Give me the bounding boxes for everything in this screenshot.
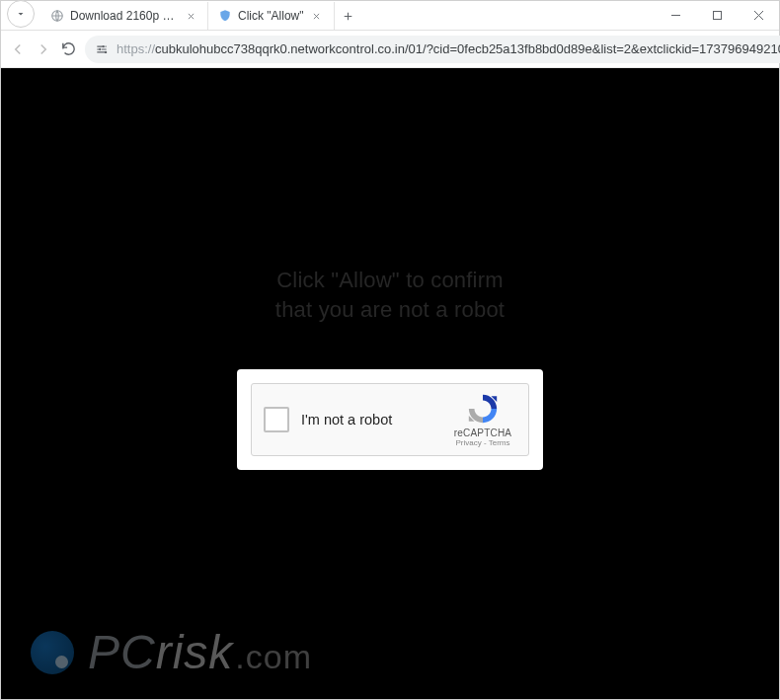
- search-tabs-button[interactable]: [7, 0, 35, 28]
- toolbar: https://cubkulohubcc738qqrk0.networkcont…: [1, 31, 779, 68]
- tab-close-button[interactable]: [184, 9, 197, 23]
- instruction-line-1: Click "Allow" to confirm: [1, 266, 779, 295]
- watermark-domain: .com: [235, 638, 312, 676]
- shield-icon: [218, 9, 232, 23]
- instruction-line-2: that you are not a robot: [1, 295, 779, 325]
- tab-title: Click "Allow": [238, 9, 304, 23]
- close-window-button[interactable]: [738, 1, 779, 30]
- instruction-text: Click "Allow" to confirm that you are no…: [1, 266, 779, 324]
- watermark-part2: risk: [156, 625, 234, 679]
- watermark-part1: PC: [88, 625, 156, 679]
- address-bar[interactable]: https://cubkulohubcc738qqrk0.networkcont…: [85, 36, 780, 63]
- plus-icon: [342, 10, 354, 23]
- tab-title: Download 2160p 4K YIFY Movi: [70, 9, 178, 23]
- watermark-badge-icon: [31, 631, 74, 674]
- url-scheme: https://: [117, 41, 155, 56]
- chevron-down-icon: [15, 8, 27, 20]
- minimize-icon: [670, 10, 681, 21]
- recaptcha-checkbox[interactable]: [264, 407, 289, 432]
- globe-icon: [50, 9, 64, 23]
- url-text: https://cubkulohubcc738qqrk0.networkcont…: [117, 41, 780, 56]
- tune-icon: [95, 42, 109, 56]
- recaptcha-widget: I'm not a robot reCAPTCHA Privacy: [251, 383, 529, 456]
- browser-window: Download 2160p 4K YIFY Movi Click "Allow…: [0, 0, 780, 700]
- svg-rect-1: [713, 12, 721, 20]
- watermark-text: PCrisk.com: [88, 625, 312, 679]
- site-info-button[interactable]: [95, 42, 109, 56]
- maximize-icon: [712, 10, 723, 21]
- url-rest: cubkulohubcc738qqrk0.networkcontrol.co.i…: [155, 41, 780, 56]
- page-viewport: Click "Allow" to confirm that you are no…: [1, 68, 779, 699]
- reload-button[interactable]: [60, 36, 77, 63]
- recaptcha-brand: reCAPTCHA Privacy - Terms: [449, 392, 516, 447]
- new-tab-button[interactable]: [335, 2, 362, 30]
- tab-active[interactable]: Click "Allow": [208, 2, 335, 30]
- arrow-right-icon: [35, 40, 52, 58]
- close-icon: [312, 12, 321, 21]
- recaptcha-legal-text[interactable]: Privacy - Terms: [449, 438, 516, 447]
- forward-button[interactable]: [35, 36, 52, 63]
- back-button[interactable]: [9, 36, 27, 63]
- arrow-left-icon: [9, 40, 27, 58]
- maximize-button[interactable]: [696, 1, 738, 30]
- watermark: PCrisk.com: [31, 625, 312, 679]
- svg-point-4: [105, 50, 107, 52]
- recaptcha-label: I'm not a robot: [301, 412, 449, 428]
- tabs-region: Download 2160p 4K YIFY Movi Click "Allow…: [1, 1, 655, 30]
- window-controls: [655, 1, 779, 30]
- reload-icon: [60, 40, 77, 57]
- svg-point-3: [99, 47, 101, 49]
- recaptcha-brand-text: reCAPTCHA: [449, 428, 516, 438]
- close-icon: [753, 10, 764, 21]
- tab-background-0[interactable]: Download 2160p 4K YIFY Movi: [40, 2, 208, 30]
- svg-point-2: [103, 44, 105, 46]
- titlebar: Download 2160p 4K YIFY Movi Click "Allow…: [1, 1, 779, 31]
- recaptcha-logo-icon: [466, 392, 500, 426]
- tab-close-button[interactable]: [310, 9, 324, 23]
- captcha-card: I'm not a robot reCAPTCHA Privacy: [237, 369, 543, 470]
- minimize-button[interactable]: [655, 1, 696, 30]
- close-icon: [187, 12, 195, 21]
